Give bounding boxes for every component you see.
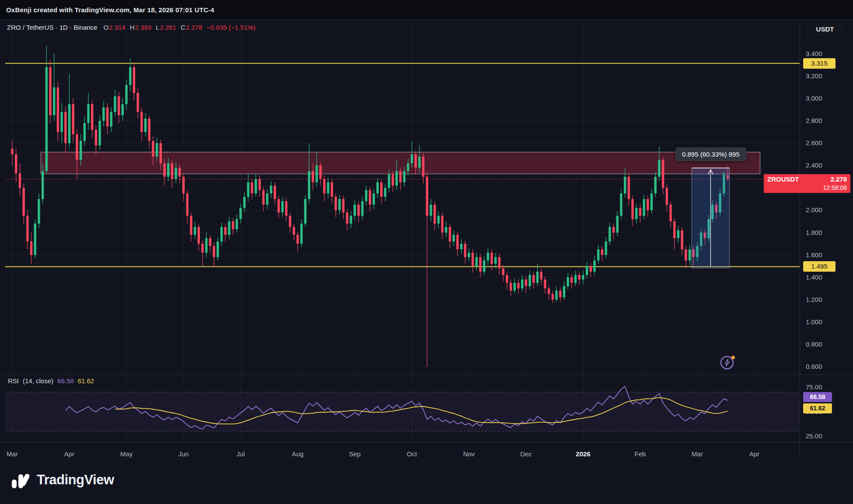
current-price-label: ZROUSDT 2.278 12:58:08 [764,174,850,193]
time-scale[interactable] [0,442,800,458]
price-label-value: 2.278 [830,175,847,184]
high-label: H [130,24,135,31]
measurement-box[interactable] [692,168,729,268]
quick-action-lightning-icon[interactable] [717,352,738,372]
resistance-price-label: 3.315 [803,58,836,69]
candle-countdown: 12:58:08 [767,184,847,192]
currency-toggle-button[interactable]: USDT [806,22,844,36]
high-value: 2.393 [135,24,152,31]
rsi-ma-axis-value-label: 61.62 [803,403,832,413]
tradingview-chart-page: 3.4003.2003.0002.8002.6002.4002.0001.800… [0,0,853,504]
close-label: C [181,24,185,31]
ohlc-values: O2.314 H2.393 L2.261 C2.278 −0.035 (−1.5… [103,24,255,31]
rsi-title: RSI [8,377,19,385]
support-price-label: 1.495 [803,261,836,272]
measurement-tooltip: 0.895 (60.33%) 895 [675,147,746,161]
topbar-attribution-text: OxBenji created with TradingView.com, Ma… [6,6,214,14]
symbol-title[interactable]: ZRO / TetherUS · 1D · Binance [7,24,97,31]
rsi-axis-value-label: 66.58 [803,392,832,402]
rsi-value: 66.58 [57,377,74,385]
change-value: −0.035 (−1.51%) [206,24,255,31]
open-value: 2.314 [109,24,126,31]
chart-canvas[interactable]: 3.4003.2003.0002.8002.6002.4002.0001.800… [0,0,853,504]
tradingview-logo-text: TradingView [37,472,114,488]
rsi-legend[interactable]: RSI (14, close) 66.58 61.62 [8,377,94,385]
price-label-symbol: ZROUSDT [767,175,799,184]
rsi-ma-value: 61.62 [78,377,94,385]
rsi-params: (14, close) [23,377,53,385]
low-value: 2.261 [160,24,176,31]
price-scale[interactable] [800,19,853,442]
lightning-icon [717,352,738,372]
rsi-band [5,392,800,431]
close-value: 2.278 [186,24,203,31]
low-label: L [156,24,159,31]
tradingview-logo[interactable]: TradingView [11,471,114,489]
tradingview-logo-icon [11,471,31,489]
open-label: O [103,24,108,31]
topbar: OxBenji created with TradingView.com, Ma… [0,0,853,19]
chart-legend: ZRO / TetherUS · 1D · Binance O2.314 H2.… [7,24,255,31]
